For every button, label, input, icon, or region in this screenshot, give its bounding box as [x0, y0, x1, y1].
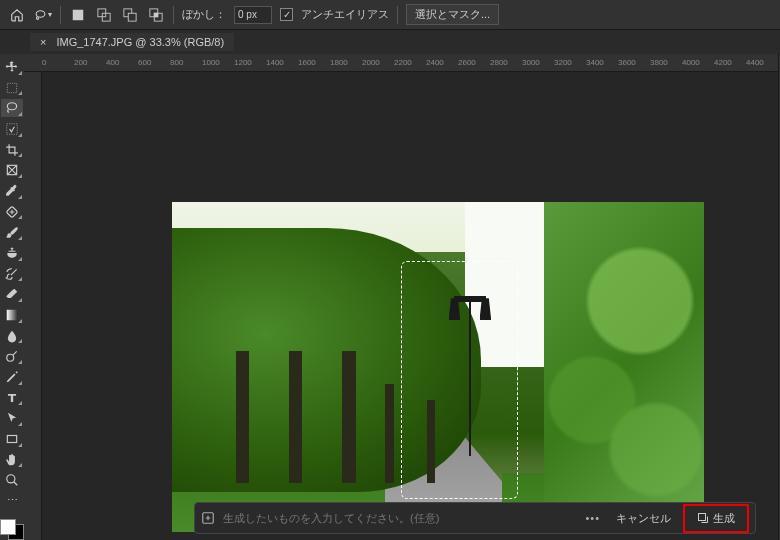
generative-prompt-input[interactable] [223, 512, 573, 524]
selection-subtract-icon[interactable] [121, 6, 139, 24]
zoom-tool[interactable] [1, 471, 23, 489]
close-icon[interactable]: × [40, 36, 46, 48]
path-selection-tool[interactable] [1, 409, 23, 427]
generative-fill-bar: ••• キャンセル 生成 [194, 502, 756, 534]
lasso-tool[interactable] [1, 99, 23, 117]
color-swatch[interactable] [0, 519, 24, 540]
document-tabbar: × IMG_1747.JPG @ 33.3% (RGB/8) [0, 30, 780, 54]
ruler-horizontal: 0200400600800100012001400160018002000220… [24, 54, 778, 72]
canvas-area: 0200400600800100012001400160018002000220… [24, 54, 778, 540]
svg-point-17 [7, 475, 15, 483]
type-tool[interactable] [1, 389, 23, 407]
rectangular-marquee-tool[interactable] [1, 79, 23, 97]
selection-intersect-icon[interactable] [147, 6, 165, 24]
crop-tool[interactable] [1, 141, 23, 159]
document-image [172, 202, 704, 532]
hand-tool[interactable] [1, 451, 23, 469]
eyedropper-tool[interactable] [1, 182, 23, 200]
blur-tool[interactable] [1, 327, 23, 345]
selection-new-icon[interactable] [69, 6, 87, 24]
antialias-label: アンチエイリアス [301, 7, 389, 22]
spot-healing-tool[interactable] [1, 203, 23, 221]
more-options-button[interactable]: ••• [581, 512, 604, 524]
svg-rect-5 [128, 13, 136, 21]
antialias-checkbox[interactable] [280, 8, 293, 21]
svg-point-15 [7, 354, 14, 361]
clone-stamp-tool[interactable] [1, 244, 23, 262]
tab-title: IMG_1747.JPG @ 33.3% (RGB/8) [56, 36, 224, 48]
frame-tool[interactable] [1, 161, 23, 179]
toolbox: ⋯ [0, 54, 24, 540]
streetlamp-subject [443, 275, 496, 457]
svg-rect-16 [7, 435, 16, 442]
svg-rect-11 [7, 124, 18, 135]
generate-icon [697, 512, 709, 524]
move-tool[interactable] [1, 58, 23, 76]
svg-rect-14 [7, 310, 18, 321]
brush-tool[interactable] [1, 223, 23, 241]
select-and-mask-button[interactable]: 選択とマスク... [406, 4, 499, 25]
history-brush-tool[interactable] [1, 265, 23, 283]
canvas-viewport[interactable]: ••• キャンセル 生成 [24, 72, 778, 540]
eraser-tool[interactable] [1, 285, 23, 303]
feather-input[interactable] [234, 6, 272, 24]
svg-rect-19 [699, 514, 706, 521]
lasso-tool-icon[interactable]: ▾ [34, 6, 52, 24]
svg-rect-9 [7, 83, 16, 92]
svg-rect-1 [73, 9, 84, 20]
dodge-tool[interactable] [1, 347, 23, 365]
generate-button[interactable]: 生成 [687, 507, 745, 530]
rectangle-tool[interactable] [1, 430, 23, 448]
pen-tool[interactable] [1, 368, 23, 386]
edit-toolbar[interactable]: ⋯ [1, 492, 23, 510]
home-icon[interactable] [8, 6, 26, 24]
svg-point-10 [7, 103, 16, 110]
document-tab[interactable]: × IMG_1747.JPG @ 33.3% (RGB/8) [30, 33, 234, 51]
gradient-tool[interactable] [1, 306, 23, 324]
prompt-icon [201, 511, 215, 525]
options-bar: ▾ ぼかし： アンチエイリアス 選択とマスク... [0, 0, 780, 30]
cancel-button[interactable]: キャンセル [612, 511, 675, 526]
feather-label: ぼかし： [182, 7, 226, 22]
svg-point-0 [36, 10, 45, 17]
svg-rect-8 [154, 13, 158, 17]
object-selection-tool[interactable] [1, 120, 23, 138]
selection-add-icon[interactable] [95, 6, 113, 24]
